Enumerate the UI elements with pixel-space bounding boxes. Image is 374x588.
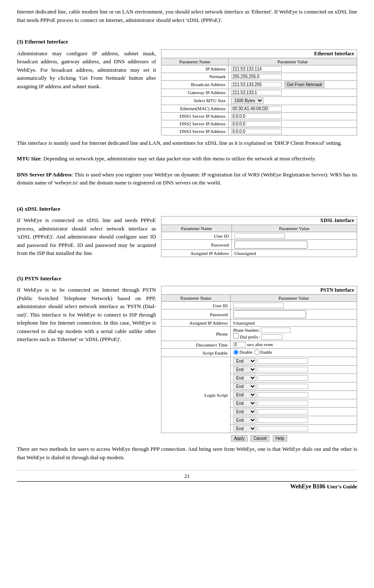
ethernet-gateway-input[interactable] [231,90,282,95]
ethernet-ip-input[interactable] [231,66,282,72]
login-script-input-2[interactable] [258,367,308,372]
ethernet-desc1: Administrator may configure IP address, … [17,49,156,91]
table-row: User ID [161,232,357,240]
pstn-userid-value [230,302,357,309]
xdsl-text-col: If WebEye is connected on xDSL line and … [17,216,156,261]
login-script-select-1[interactable]: EndSendExpectPause [233,358,256,364]
ethernet-text-col: Administrator may configure IP address, … [17,49,156,94]
login-script-row6: EndSendExpectPause [230,399,357,408]
mtu-desc: : Depending on network type, administrat… [40,155,316,162]
login-script-select-8[interactable]: EndSendExpectPause [233,417,256,423]
ethernet-mtu-label: Select MTU Size [161,96,229,105]
login-script-select-3[interactable]: EndSendExpectPause [233,375,256,381]
mtu-select[interactable]: 1500 Bytes 1492 Bytes 576 Bytes [231,98,264,104]
login-script-row9: EndSendExpectPause [230,425,357,433]
table-row: IP Address [161,65,357,73]
ethernet-mtu-value: 1500 Bytes 1492 Bytes 576 Bytes [229,96,357,105]
disable-radio-label[interactable]: Disable [233,350,253,355]
ethernet-dns2-input[interactable] [231,121,282,127]
pstn-assigned-ip-value: Unassigned [230,320,357,327]
xdsl-userid-input[interactable] [234,233,285,238]
login-script-select-4[interactable]: EndSendExpectPause [233,383,256,390]
pstn-desc1: If WebEye is to be connected on Internet… [17,286,156,344]
page-footer: 21 [17,470,357,480]
mtu-term: MTU Size [17,155,40,162]
pstn-password-input[interactable] [233,310,306,318]
pstn-interface-block: If WebEye is to be connected on Internet… [17,286,357,442]
login-script-input-4[interactable] [258,384,308,389]
table-row: Gateway IP Address [161,89,357,96]
pstn-table-title: PSTN Interface [161,286,357,295]
brand-guide: User's Guide [327,483,357,490]
enable-radio[interactable] [254,350,260,355]
section5-block: (5) PSTN Interface If WebEye is to be co… [17,274,357,462]
ethernet-col2-header: Parameter Value [229,58,357,65]
login-script-row7: EndSendExpectPause [230,408,357,416]
table-row: Password [161,309,357,320]
pstn-table: PSTN Interface Parameter Name Parameter … [161,286,357,433]
ethernet-broadcast-value: Get From Netmask [229,80,357,89]
login-script-select-6[interactable]: EndSendExpectPause [233,400,256,406]
xdsl-table-col: XDSL Interface Parameter Name Parameter … [161,216,357,257]
xdsl-col1-header: Parameter Name [161,225,232,232]
disable-radio[interactable] [233,350,239,355]
xdsl-desc: If WebEye is connected on xDSL line and … [17,216,156,257]
ethernet-dns3-value [229,127,357,135]
ethernet-dns1-input[interactable] [231,114,282,119]
table-row: DNS1 Server IP Address [161,112,357,120]
login-script-select-9[interactable]: EndSendExpectPause [233,425,256,432]
dial-prefix-checkbox[interactable] [233,333,239,339]
ethernet-netmask-input[interactable] [231,74,282,79]
pstn-phone-input[interactable] [261,328,291,333]
page-number: 21 [184,473,190,479]
ethernet-dns1-value [229,112,357,120]
login-script-select-7[interactable]: EndSendExpectPause [233,409,256,415]
table-row: DNS3 Server IP Address [161,127,357,135]
ethernet-broadcast-label: Broadcast Address [161,80,229,89]
ethernet-netmask-value [229,73,357,80]
section3-title: (3) Ethernet Interface [17,38,357,46]
ethernet-table: Ethernet Interface Parameter Name Parame… [161,49,357,135]
table-row: Script Enable Disable Enable [161,349,357,357]
dns-term: DNS Server IP Address [17,171,72,178]
pstn-table-col: PSTN Interface Parameter Name Parameter … [161,286,357,442]
xdsl-assigned-ip-value: Unassigned [231,250,357,257]
login-script-row1: EndSendExpectPause [230,357,357,366]
xdsl-password-input[interactable] [234,241,307,249]
login-script-input-3[interactable] [258,375,308,381]
pstn-col2-header: Parameter Value [230,295,357,302]
pstn-disconnect-label: Disconnect Time [161,341,231,349]
pstn-disconnect-value: secs after event [230,341,357,349]
login-script-input-7[interactable] [258,409,308,415]
table-row: DNS2 Server IP Address [161,120,357,127]
ethernet-mac-input[interactable] [231,106,282,111]
pstn-dialprefix-input[interactable] [261,334,283,340]
login-script-select-5[interactable]: EndSendExpectPause [233,392,256,398]
ethernet-dns3-input[interactable] [231,129,282,134]
table-row: Assigned IP Address Unassigned [161,250,357,257]
login-script-input-5[interactable] [258,392,308,398]
pstn-phone-label: Phone [161,327,231,341]
login-script-input-1[interactable] [258,358,308,364]
brand-footer: WebEye B106 User's Guide [17,481,357,490]
mtu-paragraph: MTU Size: Depending on network type, adm… [17,154,357,163]
pstn-userid-input[interactable] [233,303,284,308]
login-script-input-9[interactable] [258,426,308,431]
login-script-select-2[interactable]: EndSendExpectPause [233,366,256,373]
intro-paragraph: Internet dedicated line, cable modem lin… [17,8,357,24]
script-enable-radio-group: Disable Enable [233,350,272,355]
cancel-button[interactable]: Cancel [250,435,269,442]
enable-radio-label[interactable]: Enable [254,350,272,355]
login-script-input-6[interactable] [258,401,308,406]
login-script-input-8[interactable] [258,417,308,423]
xdsl-table-title: XDSL Interface [161,217,357,225]
pstn-assigned-ip-label: Assigned IP Address [161,320,231,327]
get-from-netmask-button[interactable]: Get From Netmask [285,81,324,88]
apply-button[interactable]: Apply [231,435,248,442]
section5-title: (5) PSTN Interface [17,274,357,283]
table-row: Netmask [161,73,357,80]
pstn-disconnect-input[interactable] [233,342,246,347]
apply-button-row: Apply Cancel Help [161,435,357,442]
help-button[interactable]: Help [273,435,288,442]
ethernet-broadcast-input[interactable] [231,82,282,87]
